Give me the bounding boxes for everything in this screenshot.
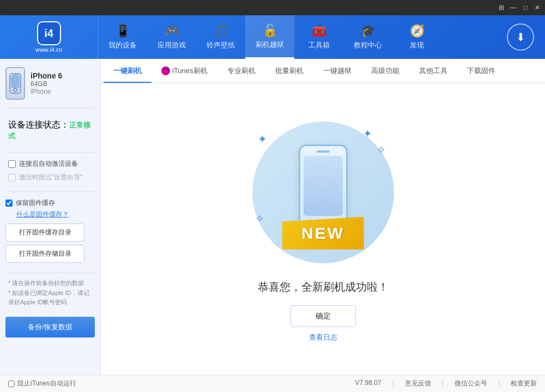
nav-apps-games[interactable]: 🎮 应用游戏 [147,15,196,59]
tab-one-click-flash-label: 一键刷机 [113,66,142,76]
footer-sep-1: | [392,379,394,388]
sidebar: iPhone 6 64GB iPhone 设备连接状态：正常模式 连接后自动激活… [0,59,101,375]
tab-itunes-flash[interactable]: iTunes刷机 [152,59,217,83]
success-message: 恭喜您，全新刷机成功啦！ [258,280,389,294]
tab-batch-flash[interactable]: 批量刷机 [265,59,313,83]
toolbox-icon: 🧰 [312,24,326,38]
nav-items: 📱 我的设备 🎮 应用游戏 🎵 铃声壁纸 🔓 刷机越狱 🧰 工具箱 🎓 教程中心… [98,15,545,59]
nav-tutorial-label: 教程中心 [354,40,382,50]
status-label: 设备连接状态： [8,120,69,129]
svg-rect-3 [13,75,17,76]
tab-pro-flash[interactable]: 专业刷机 [217,59,265,83]
tab-download-firmware[interactable]: 下载固件 [457,59,505,83]
firmware-cache-checkbox[interactable] [5,200,13,207]
right-panel: 一键刷机 iTunes刷机 专业刷机 批量刷机 一键越狱 高级功能 其他工具 [101,59,545,375]
nav-toolbox-label: 工具箱 [308,40,330,50]
open-storage-dir-button[interactable]: 打开固件存储目录 [5,245,84,263]
nav-discover-label: 发现 [410,40,424,50]
main-area: iPhone 6 64GB iPhone 设备连接状态：正常模式 连接后自动激活… [0,59,545,375]
nav-my-device-label: 我的设备 [108,40,137,50]
device-name: iPhone 6 [31,71,62,80]
open-cache-dir-button[interactable]: 打开固件缓存目录 [5,224,84,242]
tab-advanced-features[interactable]: 高级功能 [361,59,409,83]
setup-guide-checkbox-row[interactable]: 激活时跳过"设置向导" [8,173,92,182]
discover-icon: 🧭 [410,24,425,38]
nav-my-device[interactable]: 📱 我的设备 [98,15,147,59]
version-text: V7.98.07 [355,379,382,388]
nav-flash-label: 刷机越狱 [256,40,284,50]
tab-batch-flash-label: 批量刷机 [275,66,304,76]
grid-icon[interactable]: ⊞ [496,2,507,13]
backup-restore-button[interactable]: 备份/恢复数据 [5,317,95,337]
view-log-link[interactable]: 查看日志 [309,333,337,342]
confirm-button[interactable]: 确定 [290,305,356,327]
tab-download-firmware-label: 下载固件 [467,66,495,76]
warning-line-1: * 请在操作前备份好您的数据 [8,279,92,288]
tab-one-click-jailbreak[interactable]: 一键越狱 [313,59,361,83]
my-device-icon: 📱 [116,24,130,38]
check-update-link[interactable]: 检查更新 [511,379,537,388]
device-info: iPhone 6 64GB iPhone [5,67,95,108]
phone-speaker [317,150,330,153]
footer: 阻止iTunes自动运行 V7.98.07 | 意见反馈 | 微信公众号 | 检… [0,375,545,392]
flash-icon: 🔓 [263,23,277,38]
nav-discover[interactable]: 🧭 发现 [392,15,441,59]
sparkle-icon-2: ✦ [363,127,372,140]
tab-other-tools-label: 其他工具 [419,66,447,76]
stop-itunes-checkbox[interactable] [8,381,15,387]
new-ribbon: NEW [282,217,364,250]
maximize-button[interactable]: □ [520,2,531,13]
tutorial-icon: 🎓 [361,24,376,38]
header: i4 www.i4.cn 📱 我的设备 🎮 应用游戏 🎵 铃声壁纸 🔓 刷机越狱… [0,15,545,59]
close-button[interactable]: ✕ [532,2,543,13]
setup-guide-label: 激活时跳过"设置向导" [19,173,83,182]
device-icon [5,67,25,100]
logo-url: www.i4.cn [35,46,63,53]
ringtone-icon: 🎵 [214,24,228,38]
download-icon: ⬇ [516,31,525,44]
download-button[interactable]: ⬇ [507,23,534,51]
sparkle-icon-4: ✧ [377,143,386,156]
tab-other-tools[interactable]: 其他工具 [409,59,457,83]
title-bar: ⊞ — □ ✕ [0,0,545,15]
logo-icon: i4 [37,21,61,45]
tab-bar: 一键刷机 iTunes刷机 专业刷机 批量刷机 一键越狱 高级功能 其他工具 [101,59,545,83]
device-details: iPhone 6 64GB iPhone [31,71,62,95]
firmware-what-is-link[interactable]: 什么是固件缓存？ [16,210,95,219]
firmware-section: 保留固件缓存 什么是固件缓存？ 打开固件缓存目录 打开固件存储目录 [5,191,95,266]
warning-line-2: * 如设备已绑定Apple ID，请记录好Apple ID帐号密码 [8,288,92,307]
footer-sep-2: | [442,379,444,388]
device-type: iPhone [31,88,62,95]
checkbox-section: 连接后自动激活设备 激活时跳过"设置向导" [5,152,95,185]
footer-sep-3: | [498,379,500,388]
content-area: ✦ ✦ ✧ ✧ NEW 恭喜您，全新刷机成功啦！ [101,83,545,375]
nav-flash[interactable]: 🔓 刷机越狱 [245,15,294,59]
sparkle-icon-1: ✦ [258,132,267,146]
auto-activate-label: 连接后自动激活设备 [19,159,78,168]
tab-advanced-features-label: 高级功能 [371,66,399,76]
apps-games-icon: 🎮 [165,24,179,38]
minimize-button[interactable]: — [508,2,519,13]
logo-area: i4 www.i4.cn [0,15,98,59]
tab-one-click-flash[interactable]: 一键刷机 [104,59,152,83]
status-section: 设备连接状态：正常模式 [5,115,95,146]
firmware-cache-row[interactable]: 保留固件缓存 [5,198,95,208]
nav-toolbox[interactable]: 🧰 工具箱 [294,15,343,59]
warning-text: * 请在操作前备份好您的数据 * 如设备已绑定Apple ID，请记录好Appl… [5,273,95,310]
firmware-cache-label: 保留固件缓存 [16,198,55,208]
itunes-icon [161,67,170,75]
nav-tutorial[interactable]: 🎓 教程中心 [343,15,392,59]
footer-left: 阻止iTunes自动运行 [8,379,76,388]
nav-ringtone-wallpaper[interactable]: 🎵 铃声壁纸 [196,15,245,59]
footer-links: V7.98.07 | 意见反馈 | 微信公众号 | 检查更新 [355,379,537,388]
tab-one-click-jailbreak-label: 一键越狱 [323,66,352,76]
tab-itunes-flash-label: iTunes刷机 [172,66,208,76]
nav-apps-games-label: 应用游戏 [158,40,186,50]
wechat-link[interactable]: 微信公众号 [455,379,487,388]
setup-guide-checkbox[interactable] [8,174,16,182]
feedback-link[interactable]: 意见反馈 [405,379,431,388]
stop-itunes-label: 阻止iTunes自动运行 [17,379,76,388]
auto-activate-checkbox-row[interactable]: 连接后自动激活设备 [8,159,92,168]
auto-activate-checkbox[interactable] [8,160,16,168]
success-illustration: ✦ ✦ ✧ ✧ NEW [247,116,399,269]
